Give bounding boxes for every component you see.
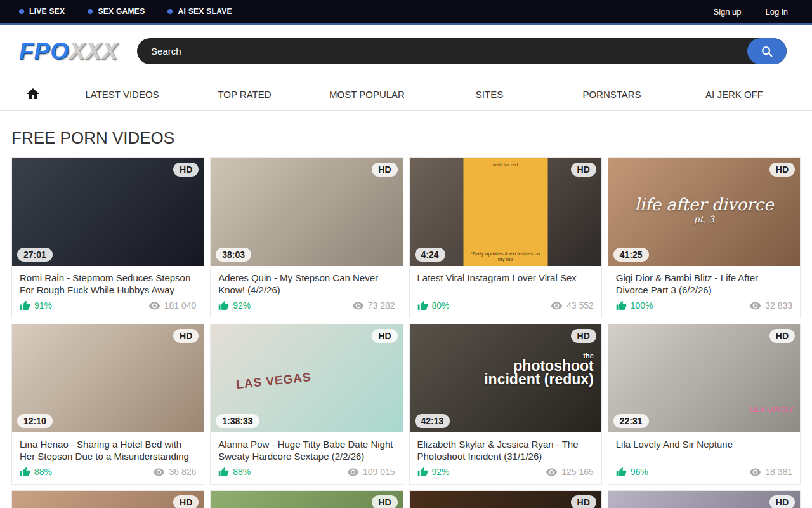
like-rating: 88% bbox=[218, 467, 251, 478]
video-info: Lila Lovely And Sir Neptune 96% 18 381 bbox=[608, 432, 800, 484]
video-grid: HD 27:01 Romi Rain - Stepmom Seduces Ste… bbox=[0, 157, 812, 485]
search-button[interactable] bbox=[747, 38, 787, 64]
like-percent: 80% bbox=[432, 300, 450, 311]
like-rating: 100% bbox=[616, 300, 653, 311]
hd-badge: HD bbox=[372, 329, 397, 343]
like-percent: 92% bbox=[233, 300, 251, 311]
video-title[interactable]: Gigi Dior & Bambi Blitz - Life After Div… bbox=[616, 272, 792, 297]
thumbs-up-icon bbox=[417, 467, 428, 478]
search-input[interactable] bbox=[137, 46, 747, 57]
hd-badge: HD bbox=[173, 495, 199, 508]
nav-item-ai-jerk-off[interactable]: AI JERK OFF bbox=[673, 89, 796, 100]
video-info: Lina Henao - Sharing a Hotel Bed with He… bbox=[12, 432, 204, 484]
log-in-link[interactable]: Log in bbox=[766, 7, 788, 17]
view-count-value: 32 833 bbox=[765, 300, 792, 311]
video-thumbnail[interactable]: HD 22:31 LILA LOVELY bbox=[608, 324, 800, 432]
video-title[interactable]: Alanna Pow - Huge Titty Babe Date Night … bbox=[218, 438, 395, 463]
toplink-sex-games[interactable]: SEX GAMES bbox=[88, 7, 145, 16]
thumbs-up-icon bbox=[218, 467, 229, 478]
video-info: Latest Viral Instagram Lover Viral Sex 8… bbox=[410, 266, 601, 318]
view-count: 73 282 bbox=[352, 300, 395, 312]
thumbnail-overlay-text: LILA LOVELY bbox=[750, 406, 794, 413]
hd-badge: HD bbox=[769, 495, 795, 508]
video-stats: 91% 181 040 bbox=[20, 299, 196, 312]
nav-item-pornstars[interactable]: PORNSTARS bbox=[551, 89, 673, 100]
eye-icon bbox=[148, 300, 160, 312]
eye-icon bbox=[546, 466, 558, 478]
nav-item-top-rated[interactable]: TOP RATED bbox=[183, 89, 306, 100]
video-card-partial[interactable]: HD bbox=[11, 490, 204, 508]
duration-badge: 38:03 bbox=[216, 248, 251, 262]
video-card[interactable]: HD 12:10 Lina Henao - Sharing a Hotel Be… bbox=[11, 324, 204, 485]
video-title[interactable]: Lina Henao - Sharing a Hotel Bed with He… bbox=[20, 438, 196, 463]
video-thumbnail[interactable]: HD bbox=[608, 491, 800, 508]
duration-badge: 41:25 bbox=[613, 248, 649, 262]
thumbs-up-icon bbox=[616, 300, 627, 311]
hd-badge: HD bbox=[173, 163, 199, 177]
video-info: Aderes Quin - My Stepson Can Never Know!… bbox=[211, 266, 402, 318]
video-thumbnail[interactable]: HD 38:03 bbox=[211, 158, 402, 266]
view-count-value: 43 552 bbox=[566, 300, 594, 311]
eye-icon bbox=[749, 466, 761, 478]
eye-icon bbox=[551, 300, 563, 312]
thumbs-up-icon bbox=[417, 300, 428, 311]
video-stats: 88% 36 826 bbox=[20, 465, 196, 478]
video-thumbnail[interactable]: HD bbox=[12, 491, 204, 508]
video-title[interactable]: Elizabeth Skylar & Jessica Ryan - The Ph… bbox=[417, 438, 594, 463]
video-card[interactable]: HD 42:13 thephotoshootincident (redux) E… bbox=[409, 324, 602, 485]
search-icon bbox=[760, 44, 774, 58]
video-stats: 92% 125 165 bbox=[417, 465, 594, 478]
video-card[interactable]: HD 22:31 LILA LOVELY Lila Lovely And Sir… bbox=[608, 324, 801, 485]
video-thumbnail[interactable]: HD 27:01 bbox=[12, 158, 204, 266]
video-thumbnail[interactable]: HD 42:13 thephotoshootincident (redux) bbox=[410, 324, 601, 432]
eye-icon bbox=[352, 300, 364, 312]
hd-badge: HD bbox=[571, 163, 596, 177]
video-card[interactable]: HD 41:25 life after divorcept. 3 Gigi Di… bbox=[608, 157, 801, 318]
nav-item-sites[interactable]: SITES bbox=[428, 89, 551, 100]
toplink-label: SEX GAMES bbox=[98, 7, 145, 16]
video-thumbnail[interactable]: HD 4:24 wait for red*Daily updates & exc… bbox=[410, 158, 601, 266]
video-card[interactable]: HD 1:38:33 LAS VEGAS Alanna Pow - Huge T… bbox=[210, 324, 403, 485]
nav-item-latest-videos[interactable]: LATEST VIDEOS bbox=[61, 89, 183, 100]
like-percent: 92% bbox=[432, 467, 450, 477]
site-logo[interactable]: FPOXXX bbox=[19, 38, 118, 65]
like-rating: 80% bbox=[417, 300, 450, 311]
video-title[interactable]: Aderes Quin - My Stepson Can Never Know!… bbox=[218, 272, 395, 297]
video-card[interactable]: HD 4:24 wait for red*Daily updates & exc… bbox=[409, 157, 602, 318]
like-percent: 100% bbox=[631, 300, 653, 311]
auth-links: Sign up Log in bbox=[713, 7, 788, 17]
sign-up-link[interactable]: Sign up bbox=[713, 7, 741, 17]
video-stats: 92% 73 282 bbox=[218, 299, 395, 312]
video-thumbnail[interactable]: HD 12:10 bbox=[12, 324, 204, 432]
video-thumbnail[interactable]: HD 1:38:33 LAS VEGAS bbox=[211, 324, 402, 432]
thumbs-up-icon bbox=[20, 300, 30, 311]
nav-home-button[interactable] bbox=[16, 86, 61, 102]
video-thumbnail[interactable]: HD bbox=[410, 491, 601, 508]
video-card-partial[interactable]: HD bbox=[409, 490, 602, 508]
thumbs-up-icon bbox=[20, 467, 30, 478]
video-thumbnail[interactable]: HD 41:25 life after divorcept. 3 bbox=[608, 158, 800, 266]
video-thumbnail[interactable]: HD bbox=[211, 491, 402, 508]
video-info: Gigi Dior & Bambi Blitz - Life After Div… bbox=[608, 266, 800, 318]
hd-badge: HD bbox=[571, 495, 596, 508]
video-title[interactable]: Latest Viral Instagram Lover Viral Sex bbox=[417, 272, 594, 297]
nav-item-most-popular[interactable]: MOST POPULAR bbox=[306, 89, 428, 100]
view-count: 181 040 bbox=[148, 300, 197, 312]
duration-badge: 42:13 bbox=[415, 414, 450, 428]
toplink-ai-sex-slave[interactable]: AI SEX SLAVE bbox=[167, 7, 232, 16]
video-title[interactable]: Romi Rain - Stepmom Seduces Stepson For … bbox=[20, 272, 196, 297]
thumbnail-overlay-text: thephotoshootincident (redux) bbox=[484, 352, 594, 387]
video-card-partial[interactable]: HD bbox=[608, 490, 801, 508]
toplink-label: AI SEX SLAVE bbox=[178, 7, 232, 16]
video-card-partial[interactable]: HD bbox=[210, 490, 403, 508]
view-count-value: 73 282 bbox=[368, 300, 395, 311]
video-title[interactable]: Lila Lovely And Sir Neptune bbox=[616, 438, 792, 463]
duration-badge: 4:24 bbox=[415, 248, 445, 262]
hd-badge: HD bbox=[769, 329, 795, 343]
video-card[interactable]: HD 38:03 Aderes Quin - My Stepson Can Ne… bbox=[210, 157, 403, 318]
toplink-live-sex[interactable]: LIVE SEX bbox=[19, 7, 65, 16]
video-card[interactable]: HD 27:01 Romi Rain - Stepmom Seduces Ste… bbox=[11, 157, 204, 318]
view-count-value: 36 826 bbox=[169, 467, 196, 477]
video-info: Romi Rain - Stepmom Seduces Stepson For … bbox=[12, 266, 204, 318]
video-stats: 80% 43 552 bbox=[417, 299, 594, 312]
